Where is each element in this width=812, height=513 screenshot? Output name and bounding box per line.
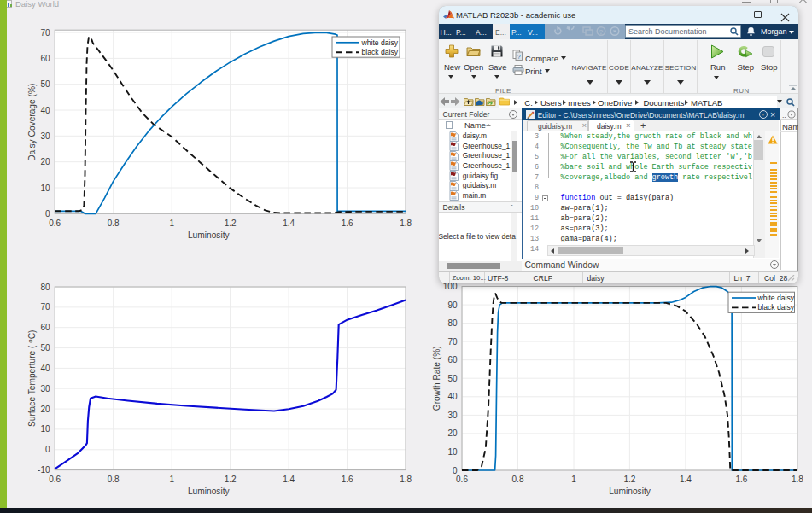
- svg-text:?: ?: [599, 28, 604, 36]
- svg-text:Luminosity: Luminosity: [188, 230, 231, 240]
- svg-text:100: 100: [443, 282, 458, 291]
- svg-text:50: 50: [447, 374, 458, 383]
- svg-text:30: 30: [40, 131, 50, 141]
- svg-text:?: ?: [517, 54, 521, 60]
- svg-text:50: 50: [40, 79, 50, 89]
- svg-text:1.4: 1.4: [680, 475, 692, 484]
- svg-text:Luminosity: Luminosity: [188, 487, 231, 496]
- svg-text:0.6: 0.6: [456, 475, 468, 484]
- svg-text:1: 1: [571, 475, 576, 484]
- svg-text:1.2: 1.2: [225, 475, 237, 484]
- svg-text:1.4: 1.4: [283, 219, 295, 228]
- svg-text:60: 60: [447, 355, 458, 364]
- svg-text:1.6: 1.6: [735, 475, 747, 484]
- svg-text:0.8: 0.8: [108, 475, 120, 484]
- svg-text:20: 20: [40, 157, 50, 166]
- svg-text:10: 10: [40, 424, 50, 434]
- svg-text:0: 0: [453, 466, 458, 475]
- svg-text:60: 60: [40, 323, 50, 332]
- svg-text:white daisy: white daisy: [757, 294, 795, 302]
- svg-text:90: 90: [447, 300, 458, 310]
- svg-text:0: 0: [45, 445, 50, 454]
- svg-text:Daisy Coverage (%): Daisy Coverage (%): [27, 84, 37, 161]
- svg-text:80: 80: [40, 283, 50, 292]
- svg-text:black daisy: black daisy: [362, 48, 399, 56]
- svg-text:Growth Rate (%): Growth Rate (%): [432, 346, 441, 411]
- svg-text:1.8: 1.8: [400, 219, 412, 228]
- svg-text:black daisy: black daisy: [758, 303, 795, 312]
- svg-text:1.4: 1.4: [283, 475, 295, 484]
- svg-text:1.6: 1.6: [342, 219, 353, 228]
- svg-text:80: 80: [447, 318, 458, 328]
- svg-text:20: 20: [40, 405, 50, 414]
- svg-text:70: 70: [40, 302, 50, 312]
- svg-text:1: 1: [169, 219, 174, 228]
- svg-text:40: 40: [447, 392, 458, 401]
- svg-text:0.6: 0.6: [49, 219, 61, 228]
- svg-text:1.2: 1.2: [623, 475, 635, 484]
- svg-text:10: 10: [40, 184, 50, 193]
- svg-text:1.6: 1.6: [342, 475, 353, 484]
- svg-text:70: 70: [447, 337, 458, 347]
- svg-text:1.2: 1.2: [225, 219, 237, 228]
- svg-text:10: 10: [447, 447, 458, 457]
- svg-text:60: 60: [40, 54, 50, 63]
- svg-text:Surface Temperture ( oC): Surface Temperture ( oC): [26, 330, 37, 428]
- svg-text:70: 70: [40, 28, 50, 38]
- svg-text:Luminosity: Luminosity: [609, 487, 651, 496]
- svg-text:0.8: 0.8: [512, 475, 524, 484]
- svg-text:-10: -10: [38, 465, 50, 475]
- svg-text:0.6: 0.6: [49, 475, 61, 484]
- svg-text:1.8: 1.8: [792, 475, 803, 484]
- svg-text:20: 20: [447, 428, 458, 438]
- svg-text:30: 30: [40, 384, 50, 393]
- svg-text:50: 50: [40, 343, 50, 353]
- svg-text:40: 40: [40, 364, 50, 373]
- svg-text:white daisy: white daisy: [361, 38, 399, 47]
- svg-text:0.8: 0.8: [108, 219, 120, 228]
- svg-text:0: 0: [45, 209, 50, 219]
- svg-text:30: 30: [447, 411, 458, 420]
- svg-text:40: 40: [40, 106, 50, 115]
- svg-text:1: 1: [169, 475, 174, 484]
- svg-text:1.8: 1.8: [400, 475, 412, 484]
